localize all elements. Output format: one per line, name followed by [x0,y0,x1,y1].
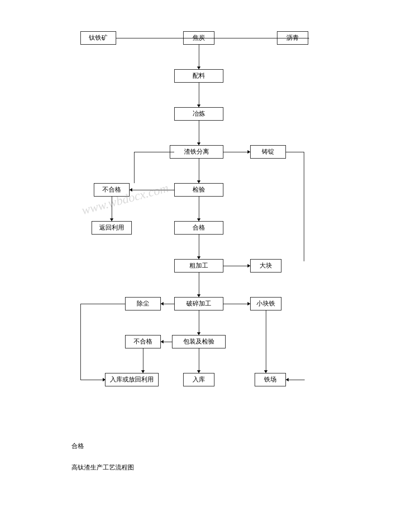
box-large-block: 大块 [250,259,281,272]
dust-feedback-h1 [80,304,125,304]
box-crushing: 破碎加工 [174,297,223,310]
dust-feedback-v [80,304,81,380]
arrow-to-warehouse [199,348,199,373]
dust-feedback-h2 [80,380,105,380]
box-unqualified1: 不合格 [94,183,130,197]
footer: 合格 高钛渣生产工艺流程图 [27,442,384,472]
box-smelting: 冶炼 [174,107,223,121]
box-packing-inspection: 包装及检验 [172,335,226,348]
arrow-to-return-use [112,197,112,221]
arrow-small-to-iron [266,310,266,373]
box-inspection: 检验 [174,183,223,197]
arrow-to-small-block [223,304,250,304]
box-unqualified2: 不合格 [125,335,161,348]
top-connect-line [116,38,309,38]
box-casting: 铸锭 [250,145,286,159]
diagram-container: 钛铁矿 焦炭 沥青 配料 冶炼 渣铁分离 铸锭 检验 [36,18,375,429]
box-warehouse-return: 入库或放回利用 [105,373,159,386]
box-qualified: 合格 [174,221,223,235]
box-batching: 配料 [174,69,223,83]
arrow-to-slag [199,121,199,145]
box-rough-processing: 粗加工 [174,259,223,272]
arrow-to-batching [199,45,199,69]
box-iron-yard: 铁场 [255,373,286,386]
left-feedback-h [134,152,174,152]
casting-feedback-line-v [304,152,304,261]
arrow-to-qualified [199,197,199,221]
page: www.wbdocx.com 钛铁矿 焦炭 沥青 配料 冶炼 渣铁分离 铸锭 [0,0,411,532]
arrow-to-packing [199,310,199,335]
arrow-to-unqualified1 [130,190,174,190]
footer-qualified: 合格 [71,442,384,450]
box-titanium-ore: 钛铁矿 [80,31,116,45]
box-slag-separation: 渣铁分离 [170,145,223,159]
arrow-to-crushing [199,272,199,297]
left-feedback-v [134,152,134,183]
box-dust-removal: 除尘 [125,297,161,310]
box-small-block: 小块铁 [250,297,281,310]
footer-title: 高钛渣生产工艺流程图 [71,464,384,472]
arrow-to-large-block [223,266,250,266]
arrow-to-inspection [199,159,199,183]
casting-feedback-line-h1 [286,152,304,152]
arrow-to-casting [223,152,250,152]
arrow-to-warehouse-return [143,348,143,373]
box-warehouse: 入库 [183,373,214,386]
arrow-to-rough [199,235,199,259]
box-return-use: 返回利用 [92,221,132,235]
arrow-casting-to-iron [286,380,305,380]
arrow-to-smelting [199,83,199,107]
